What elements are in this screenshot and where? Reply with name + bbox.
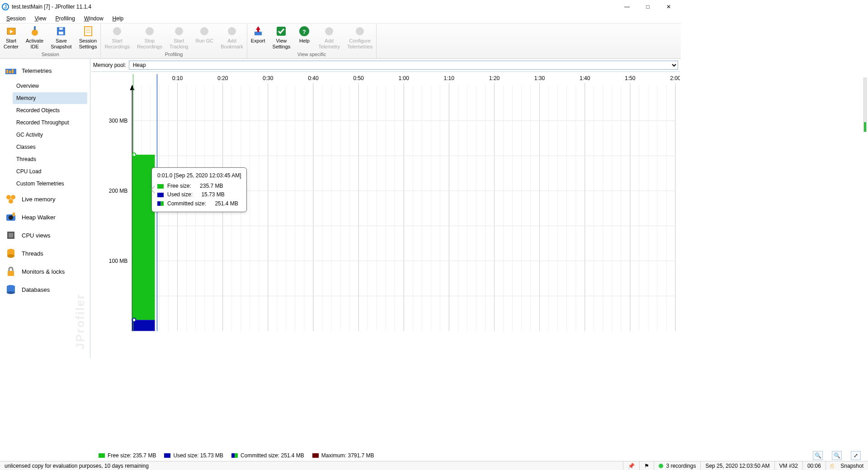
session-settings-icon: [82, 25, 94, 37]
sidebar-item-recorded-objects[interactable]: Recorded Objects: [13, 104, 87, 116]
toolbar-export[interactable]: Export: [247, 24, 269, 51]
svg-point-29: [11, 195, 15, 199]
menu-window[interactable]: Window: [80, 14, 108, 23]
svg-point-22: [325, 27, 333, 35]
svg-point-142: [132, 318, 136, 322]
save-snapshot-icon: [55, 25, 67, 37]
svg-rect-18: [257, 29, 259, 32]
add-telemetry-icon: [323, 25, 335, 37]
svg-point-12: [146, 27, 154, 35]
configure-telemetries-icon: [354, 25, 366, 37]
svg-rect-35: [9, 233, 13, 237]
toolbar-session-settings[interactable]: SessionSettings: [75, 24, 101, 51]
tooltip-header: 0:01.0 [Sep 25, 2020 12:03:45 AM]: [157, 171, 241, 180]
toolbar-help[interactable]: ?Help: [294, 24, 315, 51]
svg-rect-16: [255, 32, 262, 35]
monitors-locks-icon: [5, 265, 17, 278]
memory-pool-bar: Memory pool: Heap: [90, 59, 681, 71]
sidebar-item-gc-activity[interactable]: GC Activity: [13, 129, 87, 141]
svg-point-15: [228, 27, 236, 35]
sidebar-section-monitors-locks[interactable]: Monitors & locks: [0, 262, 90, 280]
sb-threads-label: Threads: [22, 250, 43, 257]
sidebar-section-telemetries[interactable]: Telemetries: [0, 62, 90, 80]
toolbar-start-center[interactable]: StartCenter: [0, 24, 22, 51]
svg-text:1:30: 1:30: [534, 75, 545, 81]
svg-text:1:40: 1:40: [580, 75, 590, 81]
menu-view[interactable]: View: [30, 14, 51, 23]
svg-rect-6: [59, 28, 63, 30]
svg-text:100 MB: 100 MB: [109, 258, 128, 264]
sidebar-item-classes[interactable]: Classes: [13, 141, 87, 153]
svg-point-141: [132, 153, 136, 157]
toolbar-add-bookmark: AddBookmark: [217, 24, 247, 51]
svg-text:0:40: 0:40: [308, 75, 319, 81]
group-label: View specific: [247, 51, 376, 58]
help-icon: ?: [298, 25, 310, 37]
sidebar-item-custom-telemetries[interactable]: Custom Telemetries: [13, 178, 87, 190]
maximize-button[interactable]: □: [637, 0, 658, 14]
title-bar: J test.testMain [7] - JProfiler 11.1.4 —…: [0, 0, 681, 14]
toolbar-configure-telemetries: ConfigureTelemetries: [344, 24, 376, 51]
close-button[interactable]: ✕: [658, 0, 679, 14]
tooltip-row: Free size: 235.7 MB: [157, 182, 241, 190]
sidebar-item-recorded-throughput[interactable]: Recorded Throughput: [13, 117, 87, 128]
svg-text:1:10: 1:10: [444, 75, 455, 81]
menu-help[interactable]: Help: [108, 14, 128, 23]
svg-rect-39: [8, 271, 14, 276]
sidebar-section-cpu-views[interactable]: CPU views: [0, 226, 90, 244]
add-bookmark-icon: [226, 25, 238, 37]
svg-text:?: ?: [303, 29, 306, 35]
stop-recordings-label: StopRecordings: [137, 38, 162, 49]
svg-rect-140: [132, 320, 155, 331]
tooltip-row: Used size: 15.73 MB: [157, 190, 241, 199]
svg-text:0:20: 0:20: [217, 75, 228, 81]
toolbar-view-settings[interactable]: ViewSettings: [269, 24, 294, 51]
memory-pool-label: Memory pool:: [93, 62, 126, 68]
telemetries-icon: [5, 64, 17, 77]
sidebar-section-heap-walker[interactable]: Heap Walker: [0, 208, 90, 226]
svg-point-23: [356, 27, 364, 35]
sidebar-item-threads[interactable]: Threads: [13, 153, 87, 165]
session-settings-label: SessionSettings: [79, 38, 97, 49]
save-snapshot-label: SaveSnapshot: [51, 38, 71, 49]
memory-pool-select[interactable]: Heap: [129, 61, 678, 70]
sidebar-section-sb-threads[interactable]: Threads: [0, 244, 90, 262]
svg-text:2:00: 2:00: [670, 75, 680, 81]
svg-point-30: [9, 199, 13, 204]
telemetries-label: Telemetries: [22, 67, 52, 74]
heap-walker-icon: [5, 211, 17, 223]
add-telemetry-label: AddTelemetry: [318, 38, 340, 49]
svg-text:200 MB: 200 MB: [109, 188, 128, 194]
start-recordings-label: StartRecordings: [104, 38, 130, 49]
toolbar-save-snapshot[interactable]: SaveSnapshot: [47, 24, 75, 51]
export-icon: [252, 25, 264, 37]
toolbar-activate-ide[interactable]: ActivateIDE: [22, 24, 47, 51]
start-recordings-icon: [111, 25, 123, 37]
export-label: Export: [251, 38, 265, 44]
svg-point-42: [7, 291, 15, 294]
sidebar-item-cpu-load[interactable]: CPU Load: [13, 166, 87, 177]
svg-rect-25: [6, 70, 8, 73]
stop-recordings-icon: [144, 25, 156, 37]
group-label: Session: [0, 51, 100, 58]
svg-rect-3: [34, 26, 36, 30]
menu-profiling[interactable]: Profiling: [51, 14, 80, 23]
heap-walker-label: Heap Walker: [22, 214, 56, 221]
databases-label: Databases: [22, 286, 50, 293]
sidebar-item-overview[interactable]: Overview: [13, 80, 87, 92]
svg-text:0:10: 0:10: [172, 75, 183, 81]
sidebar-section-live-memory[interactable]: Live memory: [0, 190, 90, 208]
sidebar-item-memory[interactable]: Memory: [13, 92, 87, 104]
view-settings-icon: [275, 25, 287, 37]
activate-ide-icon: [29, 25, 41, 37]
svg-marker-17: [256, 26, 260, 30]
toolbar-start-tracking: StartTracking: [166, 24, 192, 51]
toolbar-start-recordings: StartRecordings: [101, 24, 133, 51]
memory-chart[interactable]: 0:100:200:300:400:501:001:101:201:301:40…: [91, 71, 680, 358]
tooltip-row: Committed size: 251.4 MB: [157, 199, 241, 208]
run-gc-label: Run GC: [195, 38, 213, 44]
menu-session[interactable]: Session: [2, 14, 30, 23]
start-tracking-label: StartTracking: [170, 38, 189, 49]
svg-point-14: [200, 27, 208, 35]
minimize-button[interactable]: —: [617, 0, 637, 14]
